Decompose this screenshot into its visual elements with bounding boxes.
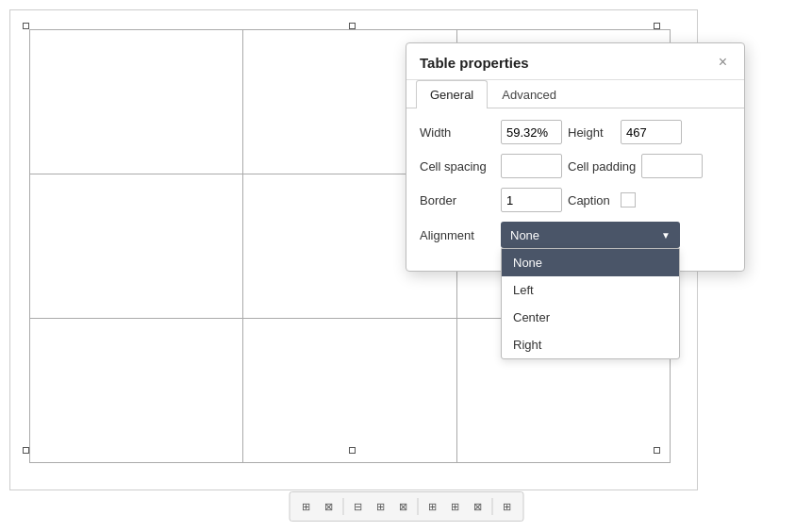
toolbar-insert-col-before-icon[interactable]: ⊞: [422, 496, 442, 517]
alignment-dropdown-button[interactable]: None ▼: [501, 222, 680, 248]
cellspacing-cellpadding-row: Cell spacing Cell padding: [420, 154, 731, 178]
border-caption-row: Border Caption: [420, 188, 731, 212]
toolbar-table-icon[interactable]: ⊞: [295, 496, 316, 517]
tab-general[interactable]: General: [416, 80, 488, 108]
toolbar-merge-cells-icon[interactable]: ⊞: [496, 496, 517, 517]
alignment-option-none[interactable]: None: [502, 249, 679, 276]
bottom-toolbar: ⊞ ⊠ ⊟ ⊞ ⊠ ⊞ ⊞ ⊠ ⊞: [289, 491, 523, 522]
handle-tm[interactable]: [349, 23, 356, 29]
alignment-option-right[interactable]: Right: [502, 331, 679, 358]
dialog-tabs: General Advanced: [406, 80, 744, 108]
alignment-option-center[interactable]: Center: [502, 304, 679, 331]
toolbar-separator-3: [491, 498, 492, 515]
toolbar-insert-row-before-icon[interactable]: ⊟: [347, 496, 368, 517]
chevron-down-icon: ▼: [661, 230, 671, 241]
toolbar-separator-1: [342, 498, 343, 515]
toolbar-delete-row-icon[interactable]: ⊠: [392, 496, 413, 517]
toolbar-insert-col-after-icon[interactable]: ⊞: [444, 496, 465, 517]
cell-padding-label: Cell padding: [568, 159, 636, 174]
width-label: Width: [420, 125, 495, 140]
caption-checkbox[interactable]: [621, 192, 636, 207]
dialog-title: Table properties: [420, 55, 529, 71]
border-input[interactable]: [501, 188, 562, 212]
handle-br[interactable]: [654, 447, 660, 454]
border-label: Border: [420, 193, 495, 207]
dialog-body: Width Height Cell spacing Cell padding B…: [406, 108, 744, 271]
cell-spacing-input[interactable]: [501, 154, 562, 178]
alignment-row: Alignment None ▼ None Left Center Right: [420, 222, 731, 248]
table-properties-dialog: Table properties × General Advanced Widt…: [406, 42, 745, 272]
alignment-dropdown-wrapper: None ▼ None Left Center Right: [501, 222, 680, 248]
alignment-option-left[interactable]: Left: [502, 276, 679, 304]
toolbar-insert-row-after-icon[interactable]: ⊞: [370, 496, 390, 517]
handle-tl[interactable]: [23, 23, 29, 29]
toolbar-delete-table-icon[interactable]: ⊠: [318, 496, 339, 517]
handle-tr[interactable]: [654, 23, 660, 29]
toolbar-delete-col-icon[interactable]: ⊠: [467, 496, 488, 517]
alignment-dropdown-list: None Left Center Right: [501, 248, 680, 359]
width-height-row: Width Height: [420, 120, 731, 144]
alignment-selected-value: None: [510, 228, 539, 242]
dialog-title-bar: Table properties ×: [406, 43, 744, 80]
alignment-label: Alignment: [420, 228, 495, 242]
height-label: Height: [568, 125, 615, 140]
height-input[interactable]: [621, 120, 682, 144]
close-button[interactable]: ×: [715, 53, 731, 72]
handle-bl[interactable]: [23, 447, 29, 454]
caption-label: Caption: [568, 193, 615, 207]
cell-spacing-label: Cell spacing: [420, 159, 495, 174]
cell-padding-input[interactable]: [641, 154, 703, 178]
tab-advanced[interactable]: Advanced: [488, 80, 571, 108]
handle-bm[interactable]: [349, 447, 356, 454]
toolbar-separator-2: [417, 498, 418, 515]
width-input[interactable]: [501, 120, 562, 144]
